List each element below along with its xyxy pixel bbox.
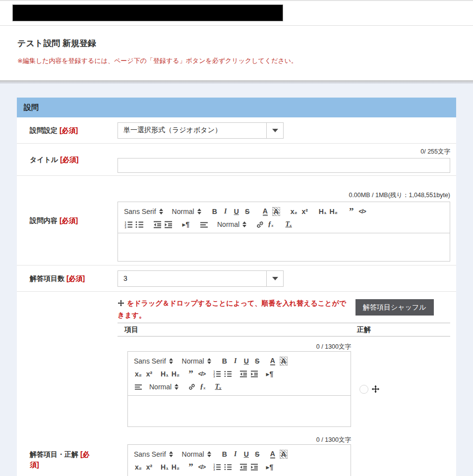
question-type-select[interactable]: 単一選択形式（ラジオボタン） xyxy=(118,122,284,139)
dropdown-arrow-button[interactable] xyxy=(266,271,283,286)
header1-icon[interactable]: H₁ xyxy=(159,461,170,473)
answer-count-label: 解答項目数 [必須] xyxy=(17,273,118,284)
formula-icon[interactable]: ƒₓ xyxy=(197,381,208,393)
size-picker[interactable]: Normal xyxy=(216,220,247,228)
format-picker[interactable]: Normal xyxy=(181,357,212,365)
question-content-textarea[interactable] xyxy=(118,233,450,261)
blockquote-icon[interactable]: ” xyxy=(185,461,196,473)
indent-icon[interactable] xyxy=(163,218,174,230)
code-block-icon[interactable]: </> xyxy=(196,368,207,380)
header2-icon[interactable]: H₂ xyxy=(328,206,339,217)
bold-icon[interactable]: B xyxy=(219,355,230,367)
header2-icon[interactable]: H₂ xyxy=(170,461,181,473)
indent-icon[interactable] xyxy=(249,368,260,380)
page-header: テスト設問 新規登録 ※編集した内容を登録するには、ページ下の「登録する」ボタン… xyxy=(0,26,473,80)
text-direction-icon[interactable]: ▸¶ xyxy=(264,461,275,473)
outdent-icon[interactable] xyxy=(238,461,249,473)
superscript-icon[interactable]: x² xyxy=(299,206,310,217)
subscript-icon[interactable]: x₂ xyxy=(133,461,144,473)
text-color-icon[interactable]: A xyxy=(263,208,268,216)
code-block-icon[interactable]: </> xyxy=(357,206,368,217)
shuffle-answers-button[interactable]: 解答項目シャッフル xyxy=(355,299,434,316)
required-badge: [必須] xyxy=(66,274,85,282)
superscript-icon[interactable]: x² xyxy=(144,368,155,380)
background-color-icon[interactable]: A xyxy=(280,357,288,366)
question-content-editor: Sans Serif Normal B I U S xyxy=(118,202,450,262)
align-icon[interactable] xyxy=(133,381,144,393)
ordered-list-icon[interactable]: 123 xyxy=(123,218,134,230)
answer1-textarea[interactable] xyxy=(128,396,351,426)
formula-icon[interactable]: ƒₓ xyxy=(197,474,208,476)
italic-icon[interactable]: I xyxy=(230,448,241,460)
page-title: テスト設問 新規登録 xyxy=(17,38,456,49)
clean-format-icon[interactable]: Tₓ xyxy=(283,218,294,230)
answer1-editor: Sans Serif Normal B I U S xyxy=(127,351,351,427)
strikethrough-icon[interactable]: S xyxy=(252,355,263,367)
background-color-icon[interactable]: A xyxy=(272,207,280,216)
indent-icon[interactable] xyxy=(249,461,260,473)
editor-toolbar: Sans Serif Normal B I U S xyxy=(128,445,351,476)
updown-icon xyxy=(242,221,246,227)
formula-icon[interactable]: ƒₓ xyxy=(265,218,276,230)
strikethrough-icon[interactable]: S xyxy=(242,206,253,217)
format-picker[interactable]: Normal xyxy=(171,208,202,215)
superscript-icon[interactable]: x² xyxy=(144,461,155,473)
link-icon[interactable] xyxy=(186,474,197,476)
outdent-icon[interactable] xyxy=(152,218,163,230)
ordered-list-icon[interactable]: 123 xyxy=(212,368,223,380)
size-picker[interactable]: Normal xyxy=(148,383,179,391)
bullet-list-icon[interactable] xyxy=(223,461,234,473)
title-char-counter: 0/ 255文字 xyxy=(118,148,450,156)
answer-items-label: 解答項目・正解 [必須] xyxy=(17,292,118,476)
italic-icon[interactable]: I xyxy=(230,355,241,367)
subscript-icon[interactable]: x₂ xyxy=(133,368,144,380)
underline-icon[interactable]: U xyxy=(231,206,242,217)
text-color-icon[interactable]: A xyxy=(270,450,275,459)
panel-title: 設問 xyxy=(17,98,456,117)
align-icon[interactable] xyxy=(133,474,144,476)
row-question-content: 設問内容 [必須] 0.00MB / 1MB(残り：1,048,551byte)… xyxy=(17,176,456,265)
blockquote-icon[interactable]: ” xyxy=(185,368,196,380)
link-icon[interactable] xyxy=(186,381,197,393)
font-picker[interactable]: Sans Serif xyxy=(133,450,174,458)
font-picker[interactable]: Sans Serif xyxy=(123,208,164,215)
text-direction-icon[interactable]: ▸¶ xyxy=(264,368,275,380)
ordered-list-icon[interactable]: 123 xyxy=(212,461,223,473)
answer-count-select[interactable]: 3 xyxy=(118,270,284,287)
subscript-icon[interactable]: x₂ xyxy=(289,206,299,217)
background-color-icon[interactable]: A xyxy=(280,450,288,459)
italic-icon[interactable]: I xyxy=(220,206,231,217)
header2-icon[interactable]: H₂ xyxy=(170,368,181,380)
code-block-icon[interactable]: </> xyxy=(196,461,207,473)
column-correct: 正解 xyxy=(357,325,450,334)
underline-icon[interactable]: U xyxy=(241,355,252,367)
strikethrough-icon[interactable]: S xyxy=(252,448,263,460)
outdent-icon[interactable] xyxy=(238,368,249,380)
section-divider xyxy=(0,80,473,84)
header1-icon[interactable]: H₁ xyxy=(317,206,328,217)
correct-answer-radio[interactable] xyxy=(359,385,368,394)
content-size-counter: 0.00MB / 1MB(残り：1,048,551byte) xyxy=(118,191,450,200)
move-handle-icon[interactable] xyxy=(371,385,380,393)
text-color-icon[interactable]: A xyxy=(270,357,275,366)
text-direction-icon[interactable]: ▸¶ xyxy=(180,218,191,230)
bold-icon[interactable]: B xyxy=(219,448,230,460)
updown-icon xyxy=(159,209,163,214)
bold-icon[interactable]: B xyxy=(209,206,220,217)
bullet-list-icon[interactable] xyxy=(223,368,234,380)
link-icon[interactable] xyxy=(254,218,265,230)
title-input[interactable] xyxy=(118,158,450,173)
format-picker[interactable]: Normal xyxy=(181,450,212,458)
align-icon[interactable] xyxy=(198,218,209,230)
blockquote-icon[interactable]: ” xyxy=(346,206,357,217)
editor-toolbar: Sans Serif Normal B I U S xyxy=(128,352,351,396)
font-picker[interactable]: Sans Serif xyxy=(133,357,174,365)
bullet-list-icon[interactable] xyxy=(134,218,145,230)
dropdown-arrow-button[interactable] xyxy=(266,123,283,138)
underline-icon[interactable]: U xyxy=(241,448,252,460)
clean-format-icon[interactable]: Tₓ xyxy=(213,474,224,476)
svg-text:3: 3 xyxy=(124,225,126,228)
clean-format-icon[interactable]: Tₓ xyxy=(213,381,224,393)
row-question-type: 設問設定 [必須] 単一選択形式（ラジオボタン） xyxy=(17,117,456,144)
header1-icon[interactable]: H₁ xyxy=(159,368,170,380)
